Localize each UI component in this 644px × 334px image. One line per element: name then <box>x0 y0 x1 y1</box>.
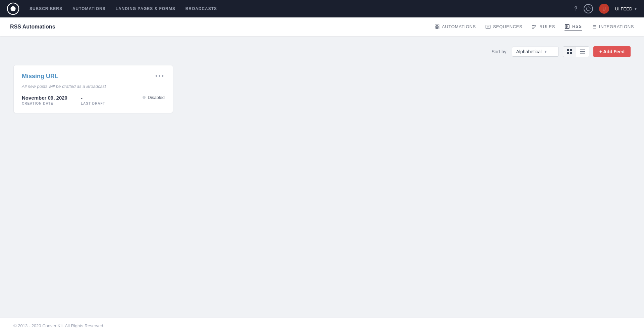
last-draft-value: - <box>81 95 105 101</box>
rss-icon <box>565 24 570 29</box>
svg-point-12 <box>533 27 534 29</box>
top-nav: SUBSCRIBERS AUTOMATIONS LANDING PAGES & … <box>0 0 644 17</box>
feed-card: Missing URL ••• All new posts will be dr… <box>13 65 173 113</box>
integrations-icon <box>591 24 597 30</box>
svg-rect-23 <box>580 53 585 53</box>
rules-icon <box>532 24 537 30</box>
creation-date-value: November 09, 2020 <box>22 95 67 101</box>
automations-icon <box>434 24 440 30</box>
nav-subscribers[interactable]: SUBSCRIBERS <box>30 6 62 11</box>
last-draft-item: - LAST DRAFT <box>81 95 105 105</box>
tab-automations[interactable]: AUTOMATIONS <box>434 23 476 31</box>
notifications-icon[interactable] <box>584 4 593 13</box>
tab-rules[interactable]: RULES <box>532 23 555 31</box>
svg-rect-3 <box>435 25 437 26</box>
status-badge: Disabled <box>143 95 165 100</box>
svg-rect-21 <box>580 50 585 50</box>
grid-view-button[interactable] <box>563 47 576 57</box>
sort-caret-icon: ▼ <box>544 50 547 54</box>
nav-broadcasts[interactable]: BROADCASTS <box>185 6 217 11</box>
last-draft-label: LAST DRAFT <box>81 102 105 105</box>
sub-nav-tabs: AUTOMATIONS SEQUENCES RULES <box>434 22 634 31</box>
footer: © 2013 - 2020 ConvertKit. All Rights Res… <box>0 317 644 334</box>
creation-date-label: CREATION DATE <box>22 102 67 105</box>
svg-line-15 <box>534 25 536 28</box>
feed-description: All new posts will be drafted as a Broad… <box>22 84 165 89</box>
tab-rss[interactable]: RSS <box>565 22 582 31</box>
sequences-icon <box>485 24 491 30</box>
svg-point-2 <box>586 7 590 11</box>
feed-card-header: Missing URL ••• <box>22 73 165 80</box>
list-view-button[interactable] <box>576 47 589 57</box>
tab-integrations[interactable]: INTEGRATIONS <box>591 23 634 31</box>
svg-rect-19 <box>567 52 569 54</box>
sort-label: Sort by: <box>491 49 507 54</box>
nav-landing-pages[interactable]: LANDING PAGES & FORMS <box>116 6 175 11</box>
svg-rect-20 <box>570 52 572 54</box>
tab-sequences[interactable]: SEQUENCES <box>485 23 522 31</box>
feed-title[interactable]: Missing URL <box>22 73 58 80</box>
toolbar: Sort by: Alphabetical ▼ + Add Feed <box>13 46 631 57</box>
add-feed-button[interactable]: + Add Feed <box>593 46 631 57</box>
user-menu[interactable]: UI FEED ▼ <box>615 6 637 11</box>
logo[interactable] <box>7 2 19 15</box>
svg-rect-5 <box>435 27 437 29</box>
svg-rect-16 <box>565 24 569 29</box>
feed-menu-icon[interactable]: ••• <box>155 73 165 80</box>
help-icon[interactable]: ? <box>574 6 578 12</box>
avatar[interactable]: U <box>599 4 609 14</box>
sort-select[interactable]: Alphabetical ▼ <box>512 47 559 57</box>
status-dot-icon <box>143 96 146 99</box>
svg-point-10 <box>533 25 534 26</box>
nav-automations[interactable]: AUTOMATIONS <box>72 6 106 11</box>
grid-icon <box>567 49 572 54</box>
footer-text: © 2013 - 2020 ConvertKit. All Rights Res… <box>13 323 104 328</box>
feeds-grid: Missing URL ••• All new posts will be dr… <box>13 65 631 113</box>
view-toggle <box>563 46 589 57</box>
page-title: RSS Automations <box>10 24 434 30</box>
svg-rect-4 <box>437 25 439 26</box>
list-icon <box>580 49 585 54</box>
status-text: Disabled <box>148 95 165 100</box>
svg-rect-22 <box>580 51 585 52</box>
svg-rect-6 <box>437 27 439 29</box>
svg-rect-18 <box>570 49 572 51</box>
nav-right: ? U UI FEED ▼ <box>574 4 637 14</box>
main-content: Sort by: Alphabetical ▼ + Add Feed Mi <box>0 36 644 317</box>
creation-date-item: November 09, 2020 CREATION DATE <box>22 95 67 105</box>
svg-point-1 <box>10 6 15 11</box>
nav-links: SUBSCRIBERS AUTOMATIONS LANDING PAGES & … <box>30 6 574 11</box>
feed-meta: November 09, 2020 CREATION DATE - LAST D… <box>22 95 165 105</box>
sub-nav: RSS Automations AUTOMATIONS SEQUENCES RU… <box>0 17 644 36</box>
svg-rect-17 <box>567 49 569 51</box>
